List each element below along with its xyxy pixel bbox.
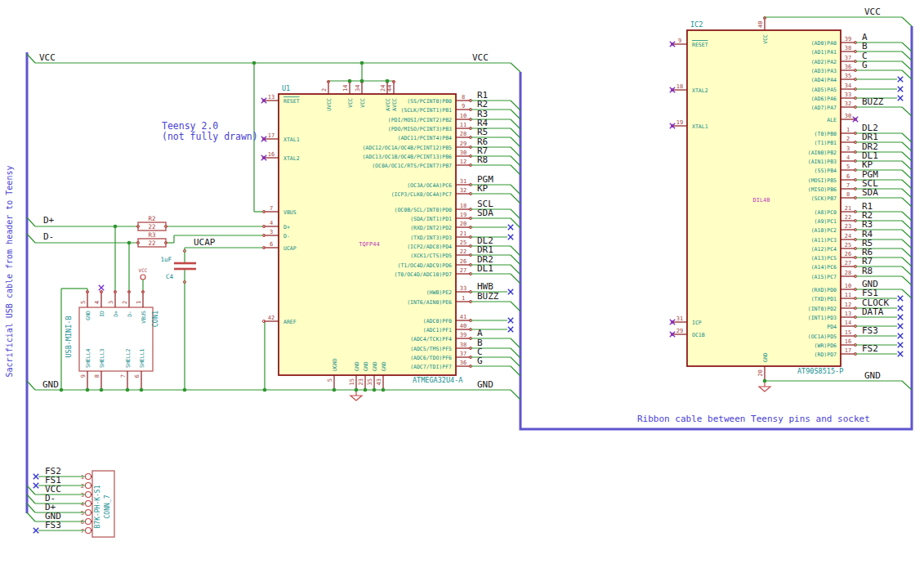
pin-name: RESET [692,42,708,48]
net-label-FS3[interactable]: FS3 [45,520,61,530]
bus-entry[interactable] [511,110,520,119]
bus-entry[interactable] [902,43,912,51]
bus-entry[interactable] [511,156,520,166]
bus-entry[interactable] [511,218,520,228]
pin-name: (A14)PC6 [811,264,837,271]
net-label-DATA[interactable]: DATA [862,307,884,317]
left_ic-value[interactable]: ATMEGA32U4-A [413,376,462,384]
bus-entry[interactable] [511,390,520,400]
bus-entry[interactable] [511,348,520,358]
net-label-FS2[interactable]: FS2 [862,343,878,354]
resistor-ref[interactable]: R3 [148,231,155,239]
note-teensy[interactable]: Teensy 2.0 [162,120,218,132]
conn7-value[interactable]: B7K-PH-K-S1 [94,485,101,528]
bus-entry[interactable] [902,221,912,230]
net-label-SDA[interactable]: SDA [862,187,878,198]
net-label-SDA[interactable]: SDA [477,208,493,218]
bus-entry[interactable] [511,246,520,256]
bus-entry[interactable] [902,170,912,179]
usb-connector-value[interactable]: USB-MINI-B [65,316,73,357]
bus-entry[interactable] [902,180,912,189]
usb-connector-ref[interactable]: CON1 [151,311,159,327]
note-ribbon[interactable]: Ribbon cable between Teensy pins and soc… [637,414,870,424]
bus-entry[interactable] [902,212,912,221]
bus-entry[interactable] [902,161,912,170]
net-label-ucap[interactable]: UCAP [194,237,216,248]
bus-entry[interactable] [902,152,912,161]
net-label-BUZZ[interactable]: BUZZ [477,291,499,302]
pin-number: 24 [380,85,386,92]
bus-entry[interactable] [902,133,912,142]
net-label-KP[interactable]: KP [477,183,489,194]
resistor-value[interactable]: 22 [148,239,155,247]
bus-entry[interactable] [511,338,520,348]
right_ic-ref[interactable]: IC2 [690,20,703,29]
bus-entry[interactable] [902,189,912,198]
net-label-R8[interactable]: R8 [477,154,488,165]
bus-entry[interactable] [511,119,520,129]
bus-entry[interactable] [902,142,912,151]
bus-entry[interactable] [902,266,912,275]
net-label-vcc[interactable]: VCC [39,52,56,63]
pin-number: 3 [270,229,273,235]
resistor-value[interactable]: 22 [148,223,155,231]
net-label-vcc[interactable]: VCC [472,52,489,63]
bus-entry[interactable] [511,165,520,175]
bus-entry[interactable] [511,255,520,265]
bus-entry[interactable] [511,357,520,367]
bus-entry[interactable] [902,198,912,207]
net-label-gnd[interactable]: GND [477,379,493,390]
bus-entry[interactable] [902,239,912,248]
bus-entry[interactable] [511,194,520,204]
bus-entry[interactable] [511,366,520,376]
pin-number: 2 [321,88,328,92]
bus-entry[interactable] [511,137,520,147]
right_ic-value[interactable]: AT90S8515-P [797,367,843,375]
net-label-vcc[interactable]: VCC [864,7,881,17]
bus-entry[interactable] [902,257,912,266]
bus-entry[interactable] [511,101,520,110]
left_ic-ref[interactable]: U1 [282,84,290,92]
net-label-BUZZ[interactable]: BUZZ [862,96,884,107]
pin-name: (A10)PC2 [811,227,837,234]
net-label-DL1[interactable]: DL1 [477,263,493,274]
junction-dot [360,79,364,83]
bus-entry[interactable] [511,185,520,195]
pin-name: (ADC7/TDI)PF7 [410,364,452,370]
net-label-G[interactable]: G [862,60,868,70]
bus-entry[interactable] [902,61,912,70]
bus-entry[interactable] [902,107,912,116]
net-label-dminus[interactable]: D- [43,231,54,242]
bus-entry[interactable] [902,17,912,26]
bus-entry[interactable] [511,209,520,219]
bus-entry[interactable] [902,248,912,257]
bus-entry[interactable] [902,51,912,60]
net-label-gnd[interactable]: GND [42,379,59,390]
bus-entry[interactable] [902,276,912,285]
pin-name: (SCK)PB7 [811,195,837,202]
bus-entry[interactable] [511,147,520,157]
bus-entry[interactable] [511,63,520,72]
note-teensy[interactable]: (not fully drawn) [162,131,258,142]
capacitor-ref[interactable]: C4 [166,273,174,280]
pin-name: (MISO)PB6 [808,186,837,193]
bus-entry[interactable] [27,513,35,521]
capacitor-value[interactable]: 1uF [160,256,172,263]
net-label-dplus[interactable]: D+ [43,215,55,226]
pin-name: (AD6)PA6 [811,96,837,102]
conn7-ref[interactable]: CONN_7 [104,495,111,518]
bus-entry[interactable] [511,274,520,284]
bus-entry[interactable] [902,230,912,239]
net-label-FS3[interactable]: FS3 [862,325,878,336]
note-sacrificial[interactable]: Sacrificial USB cable from header to Tee… [5,166,14,378]
bus-entry[interactable] [902,381,912,390]
net-label-G[interactable]: G [477,356,483,366]
net-label-gnd[interactable]: GND [864,370,881,381]
bus-entry[interactable] [511,302,520,311]
bus-entry[interactable] [902,289,912,298]
net-label-R8[interactable]: R8 [862,266,873,276]
bus-entry[interactable] [902,70,912,79]
bus-entry[interactable] [511,128,520,138]
bus-entry[interactable] [511,265,520,275]
resistor-ref[interactable]: R2 [148,215,155,222]
